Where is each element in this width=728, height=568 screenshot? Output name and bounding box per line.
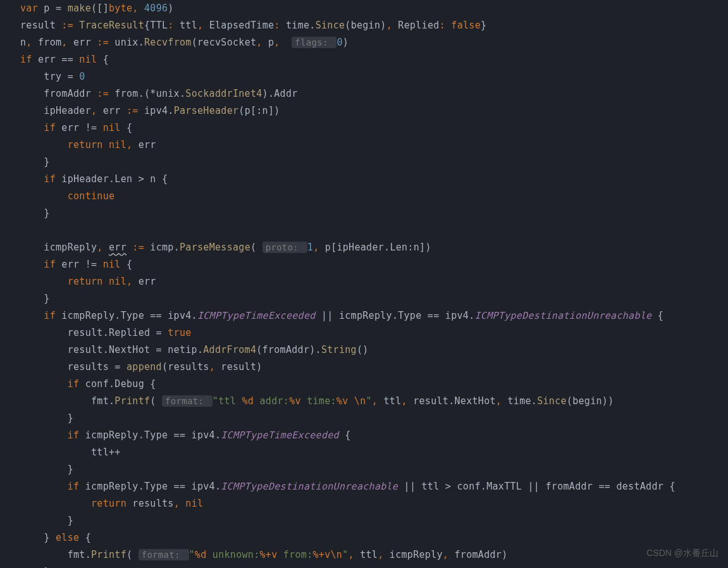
code-line[interactable]: if err != nil { <box>20 120 728 137</box>
code-line[interactable]: fromAddr := from.(*unix.SockaddrInet4).A… <box>20 85 728 102</box>
code-line[interactable]: return nil, err <box>20 273 728 290</box>
code-line[interactable]: n, from, err := unix.Recvfrom(recvSocket… <box>20 34 728 51</box>
code-line[interactable]: results = append(results, result) <box>20 359 728 376</box>
code-line[interactable]: } <box>20 410 728 427</box>
code-line[interactable]: } <box>20 154 728 171</box>
code-line[interactable]: if ipHeader.Len > n { <box>20 171 728 188</box>
code-line[interactable]: result := TraceResult{TTL: ttl, ElapsedT… <box>20 17 728 34</box>
param-hint: flags: <box>292 37 336 48</box>
param-hint: format: <box>139 549 189 560</box>
code-line[interactable]: fmt.Printf( format: "ttl %d addr:%v time… <box>20 393 728 410</box>
code-line[interactable]: return nil, err <box>20 137 728 154</box>
code-line[interactable]: result.NextHot = netip.AddrFrom4(fromAdd… <box>20 342 728 359</box>
param-hint: proto: <box>262 242 307 253</box>
code-line[interactable]: if conf.Debug { <box>20 376 728 393</box>
code-line[interactable]: var p = make([]byte, 4096) <box>20 0 728 17</box>
code-line[interactable]: if err != nil { <box>20 256 728 273</box>
code-editor[interactable]: var p = make([]byte, 4096)result := Trac… <box>0 0 728 568</box>
code-line[interactable] <box>20 222 728 239</box>
code-line[interactable]: if icmpReply.Type == ipv4.ICMPTypeDestin… <box>20 478 728 495</box>
code-line[interactable]: } else { <box>20 529 728 546</box>
code-line[interactable]: return results, nil <box>20 495 728 512</box>
code-line[interactable]: } <box>20 512 728 529</box>
code-line[interactable]: fmt.Printf( format: "%d unknown:%+v from… <box>20 546 728 564</box>
code-line[interactable]: icmpReply, err := icmp.ParseMessage( pro… <box>20 239 728 256</box>
code-line[interactable]: } <box>20 461 728 478</box>
code-line[interactable]: if icmpReply.Type == ipv4.ICMPTypeTimeEx… <box>20 307 728 324</box>
code-line[interactable]: } <box>20 564 728 568</box>
code-line[interactable]: if icmpReply.Type == ipv4.ICMPTypeTimeEx… <box>20 427 728 444</box>
code-line[interactable]: result.Replied = true <box>20 324 728 342</box>
code-line[interactable]: if err == nil { <box>20 51 728 68</box>
code-line[interactable]: } <box>20 290 728 307</box>
code-line[interactable]: try = 0 <box>20 68 728 85</box>
code-line[interactable]: ttl++ <box>20 444 728 461</box>
param-hint: format: <box>162 395 213 407</box>
code-line[interactable]: } <box>20 205 728 222</box>
code-line[interactable]: continue <box>20 188 728 205</box>
code-line[interactable]: ipHeader, err := ipv4.ParseHeader(p[:n]) <box>20 102 728 120</box>
watermark-text: CSDN @水番丘山 <box>646 545 719 562</box>
